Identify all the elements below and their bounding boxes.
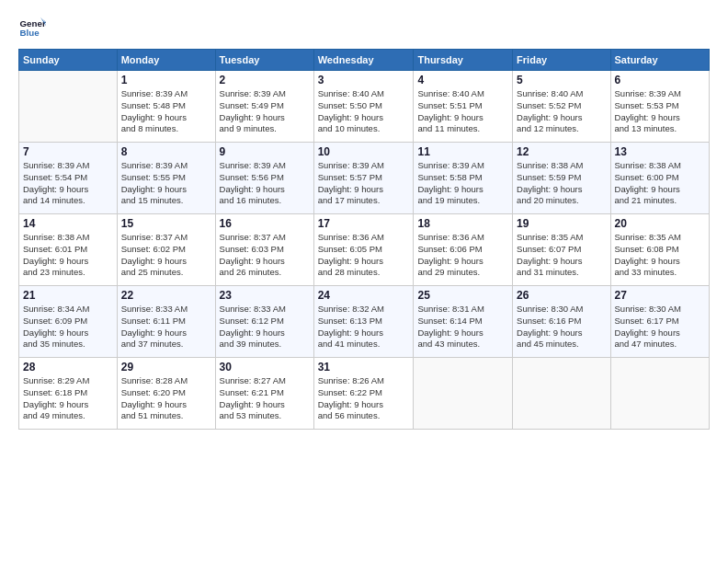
day-info: Sunrise: 8:27 AM Sunset: 6:21 PM Dayligh… [220, 375, 310, 422]
day-info: Sunrise: 8:31 AM Sunset: 6:14 PM Dayligh… [417, 304, 508, 350]
day-info: Sunrise: 8:39 AM Sunset: 5:58 PM Dayligh… [417, 160, 508, 207]
day-number: 21 [23, 289, 113, 302]
calendar-cell: 24Sunrise: 8:32 AM Sunset: 6:13 PM Dayli… [313, 286, 414, 358]
day-info: Sunrise: 8:28 AM Sunset: 6:20 PM Dayligh… [121, 375, 211, 422]
calendar-cell: 14Sunrise: 8:38 AM Sunset: 6:01 PM Dayli… [19, 214, 118, 286]
day-info: Sunrise: 8:37 AM Sunset: 6:02 PM Dayligh… [121, 232, 211, 279]
calendar-cell: 31Sunrise: 8:26 AM Sunset: 6:22 PM Dayli… [313, 358, 414, 430]
day-number: 8 [121, 145, 211, 158]
calendar-cell: 2Sunrise: 8:39 AM Sunset: 5:49 PM Daylig… [215, 71, 313, 143]
day-info: Sunrise: 8:38 AM Sunset: 6:01 PM Dayligh… [23, 232, 113, 279]
calendar-cell: 17Sunrise: 8:36 AM Sunset: 6:05 PM Dayli… [313, 214, 414, 286]
day-info: Sunrise: 8:38 AM Sunset: 5:59 PM Dayligh… [517, 160, 606, 207]
day-number: 6 [615, 74, 705, 86]
day-info: Sunrise: 8:30 AM Sunset: 6:17 PM Dayligh… [615, 304, 705, 350]
calendar-cell: 6Sunrise: 8:39 AM Sunset: 5:53 PM Daylig… [610, 71, 709, 143]
calendar-cell: 3Sunrise: 8:40 AM Sunset: 5:50 PM Daylig… [313, 71, 414, 143]
calendar-header-wednesday: Wednesday [313, 50, 414, 71]
day-number: 11 [417, 145, 508, 158]
calendar-week-row: 1Sunrise: 8:39 AM Sunset: 5:48 PM Daylig… [19, 71, 710, 143]
day-number: 9 [220, 145, 310, 158]
day-number: 20 [615, 217, 705, 230]
calendar-cell [513, 358, 610, 430]
day-info: Sunrise: 8:33 AM Sunset: 6:12 PM Dayligh… [220, 304, 310, 350]
day-info: Sunrise: 8:30 AM Sunset: 6:16 PM Dayligh… [517, 304, 606, 350]
calendar-cell [610, 358, 709, 430]
calendar-header-monday: Monday [117, 50, 215, 71]
day-info: Sunrise: 8:37 AM Sunset: 6:03 PM Dayligh… [220, 232, 310, 279]
calendar-cell: 4Sunrise: 8:40 AM Sunset: 5:51 PM Daylig… [414, 71, 513, 143]
day-info: Sunrise: 8:32 AM Sunset: 6:13 PM Dayligh… [318, 304, 410, 350]
logo: General Blue [18, 14, 51, 41]
day-info: Sunrise: 8:26 AM Sunset: 6:22 PM Dayligh… [318, 375, 410, 422]
calendar-cell: 1Sunrise: 8:39 AM Sunset: 5:48 PM Daylig… [117, 71, 215, 143]
svg-text:Blue: Blue [20, 28, 40, 38]
day-number: 27 [615, 289, 705, 302]
day-info: Sunrise: 8:39 AM Sunset: 5:54 PM Dayligh… [23, 160, 113, 207]
day-number: 7 [23, 145, 113, 158]
day-info: Sunrise: 8:39 AM Sunset: 5:48 PM Dayligh… [121, 88, 211, 135]
day-number: 25 [417, 289, 508, 302]
calendar-cell: 9Sunrise: 8:39 AM Sunset: 5:56 PM Daylig… [215, 143, 313, 214]
day-number: 18 [417, 217, 508, 230]
calendar-header-friday: Friday [513, 50, 610, 71]
day-info: Sunrise: 8:35 AM Sunset: 6:08 PM Dayligh… [615, 232, 705, 279]
calendar-cell: 12Sunrise: 8:38 AM Sunset: 5:59 PM Dayli… [513, 143, 610, 214]
day-number: 30 [220, 361, 310, 373]
day-info: Sunrise: 8:40 AM Sunset: 5:50 PM Dayligh… [318, 88, 410, 135]
day-info: Sunrise: 8:39 AM Sunset: 5:56 PM Dayligh… [220, 160, 310, 207]
day-number: 3 [318, 74, 410, 86]
calendar-cell: 29Sunrise: 8:28 AM Sunset: 6:20 PM Dayli… [117, 358, 215, 430]
day-info: Sunrise: 8:40 AM Sunset: 5:51 PM Dayligh… [417, 88, 508, 135]
day-number: 16 [220, 217, 310, 230]
calendar-cell: 23Sunrise: 8:33 AM Sunset: 6:12 PM Dayli… [215, 286, 313, 358]
day-info: Sunrise: 8:40 AM Sunset: 5:52 PM Dayligh… [517, 88, 606, 135]
day-number: 12 [517, 145, 606, 158]
logo-icon: General Blue [18, 14, 46, 41]
day-info: Sunrise: 8:35 AM Sunset: 6:07 PM Dayligh… [517, 232, 606, 279]
calendar-header-sunday: Sunday [19, 50, 118, 71]
day-number: 5 [517, 74, 606, 86]
day-info: Sunrise: 8:39 AM Sunset: 5:53 PM Dayligh… [615, 88, 705, 135]
day-number: 4 [417, 74, 508, 86]
calendar-cell: 30Sunrise: 8:27 AM Sunset: 6:21 PM Dayli… [215, 358, 313, 430]
day-info: Sunrise: 8:38 AM Sunset: 6:00 PM Dayligh… [615, 160, 705, 207]
day-info: Sunrise: 8:36 AM Sunset: 6:05 PM Dayligh… [318, 232, 410, 279]
day-info: Sunrise: 8:39 AM Sunset: 5:49 PM Dayligh… [220, 88, 310, 135]
calendar-cell: 8Sunrise: 8:39 AM Sunset: 5:55 PM Daylig… [117, 143, 215, 214]
day-number: 24 [318, 289, 410, 302]
day-number: 19 [517, 217, 606, 230]
day-number: 13 [615, 145, 705, 158]
day-number: 1 [121, 74, 211, 86]
calendar-header-tuesday: Tuesday [215, 50, 313, 71]
day-number: 28 [23, 361, 113, 373]
day-number: 23 [220, 289, 310, 302]
calendar-header-row: SundayMondayTuesdayWednesdayThursdayFrid… [19, 50, 710, 71]
day-info: Sunrise: 8:29 AM Sunset: 6:18 PM Dayligh… [23, 375, 113, 422]
calendar-cell: 26Sunrise: 8:30 AM Sunset: 6:16 PM Dayli… [513, 286, 610, 358]
calendar-cell: 10Sunrise: 8:39 AM Sunset: 5:57 PM Dayli… [313, 143, 414, 214]
calendar-cell: 25Sunrise: 8:31 AM Sunset: 6:14 PM Dayli… [414, 286, 513, 358]
calendar-week-row: 21Sunrise: 8:34 AM Sunset: 6:09 PM Dayli… [19, 286, 710, 358]
calendar-cell: 5Sunrise: 8:40 AM Sunset: 5:52 PM Daylig… [513, 71, 610, 143]
calendar-cell: 28Sunrise: 8:29 AM Sunset: 6:18 PM Dayli… [19, 358, 118, 430]
calendar-cell: 22Sunrise: 8:33 AM Sunset: 6:11 PM Dayli… [117, 286, 215, 358]
calendar-cell: 15Sunrise: 8:37 AM Sunset: 6:02 PM Dayli… [117, 214, 215, 286]
calendar-cell: 19Sunrise: 8:35 AM Sunset: 6:07 PM Dayli… [513, 214, 610, 286]
calendar-cell: 13Sunrise: 8:38 AM Sunset: 6:00 PM Dayli… [610, 143, 709, 214]
calendar-week-row: 7Sunrise: 8:39 AM Sunset: 5:54 PM Daylig… [19, 143, 710, 214]
calendar-header-saturday: Saturday [610, 50, 709, 71]
calendar-cell: 21Sunrise: 8:34 AM Sunset: 6:09 PM Dayli… [19, 286, 118, 358]
calendar-table: SundayMondayTuesdayWednesdayThursdayFrid… [18, 49, 710, 430]
calendar-cell: 18Sunrise: 8:36 AM Sunset: 6:06 PM Dayli… [414, 214, 513, 286]
day-info: Sunrise: 8:36 AM Sunset: 6:06 PM Dayligh… [417, 232, 508, 279]
day-number: 26 [517, 289, 606, 302]
calendar-cell: 27Sunrise: 8:30 AM Sunset: 6:17 PM Dayli… [610, 286, 709, 358]
calendar-cell: 7Sunrise: 8:39 AM Sunset: 5:54 PM Daylig… [19, 143, 118, 214]
page: General Blue SundayMondayTuesdayWednesda… [0, 0, 728, 563]
calendar-header-thursday: Thursday [414, 50, 513, 71]
header: General Blue [18, 14, 710, 41]
day-info: Sunrise: 8:34 AM Sunset: 6:09 PM Dayligh… [23, 304, 113, 350]
calendar-week-row: 14Sunrise: 8:38 AM Sunset: 6:01 PM Dayli… [19, 214, 710, 286]
day-info: Sunrise: 8:33 AM Sunset: 6:11 PM Dayligh… [121, 304, 211, 350]
